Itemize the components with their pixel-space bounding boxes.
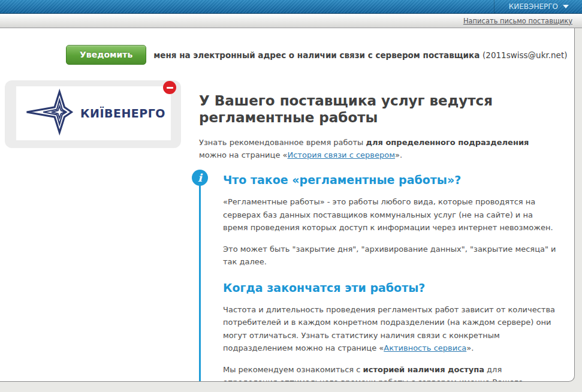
intro-mid: можно на странице « [199,150,287,159]
question-2-paragraph-2: Мы рекомендуем ознакомиться с историей н… [223,363,559,382]
chevron-down-icon [563,5,569,8]
question-1-paragraph-2: Это может быть "закрытие дня", "архивиро… [223,243,559,269]
provider-topbar: КИЕВЭНЕРГО [0,0,582,14]
q2p2-pre: Мы рекомендуем ознакомиться с [223,365,363,374]
provider-card-inner: КИЇВЕНЕРГО [16,86,171,140]
server-history-link[interactable]: История связи с сервером [287,150,395,159]
minus-icon [167,87,173,89]
page-title: У Вашего поставщика услуг ведутся реглам… [199,92,493,126]
q2p1-post: ». [466,343,474,352]
question-1-title: Что такое «регламентные работы»? [223,173,559,186]
write-letter-link[interactable]: Написать письмо поставщику [463,17,572,25]
info-block: i Что такое «регламентные работы»? «Регл… [199,171,559,382]
notify-description-bold: меня на электронный адрес о наличии связ… [153,50,480,60]
intro-post: ». [395,150,402,159]
main-panel: Уведомить меня на электронный адрес о на… [0,28,575,382]
info-icon: i [192,170,208,186]
service-activity-link[interactable]: Активность сервиса [384,343,466,352]
sub-toolbar: Написать письмо поставщику [0,14,582,28]
intro-paragraph: Узнать рекомендованное время работы для … [199,136,547,161]
question-1-paragraph-1: «Регламентные работы» - это работы любог… [223,195,559,234]
main-column: У Вашего поставщика услуг ведутся реглам… [199,80,559,382]
intro-bold: для определенного подразделения [366,138,529,147]
provider-dropdown-label: КИЕВЭНЕРГО [509,2,558,11]
question-2-title: Когда закончатся эти работы? [223,281,559,294]
question-2-paragraph-1: Частота и длительность проведения реглам… [223,303,559,355]
provider-logo-text: КИЇВЕНЕРГО [80,107,165,120]
provider-dropdown[interactable]: КИЕВЭНЕРГО [494,0,582,13]
content-row: КИЇВЕНЕРГО У Вашего поставщика услуг вед… [0,80,574,382]
notify-description: меня на электронный адрес о наличии связ… [153,50,567,60]
provider-card[interactable]: КИЇВЕНЕРГО [5,80,181,148]
status-badge-offline [163,81,176,94]
kyivenergo-star-logo-icon [22,89,77,138]
intro-pre: Узнать рекомендованное время работы [199,138,366,147]
notify-button[interactable]: Уведомить [66,45,146,65]
q2p2-bold: историей наличия доступа [363,365,484,374]
notify-email: (2011swiss@ukr.net) [483,50,567,60]
notify-row: Уведомить меня на электронный адрес о на… [0,28,574,65]
